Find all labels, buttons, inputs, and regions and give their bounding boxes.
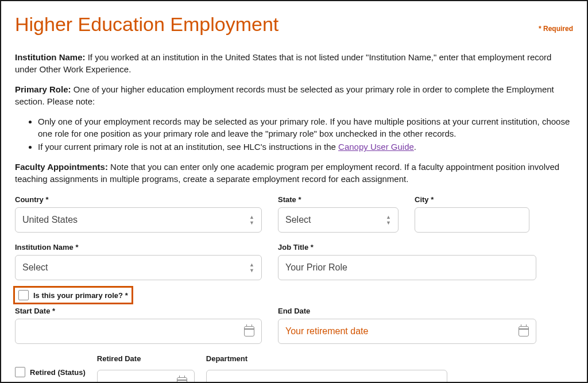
calendar-icon	[177, 377, 187, 383]
header: Higher Education Employment * Required	[15, 14, 573, 35]
primary-role-row: Is this your primary role? *	[15, 280, 573, 304]
intro-list-item-2-prefix: If your current primary role is not at a…	[38, 142, 338, 152]
intro-primary-role-text: One of your higher education employment …	[15, 84, 554, 106]
institution-value: Select	[22, 262, 48, 273]
department-input[interactable]	[206, 370, 447, 383]
enddate-input[interactable]: Your retirement date	[278, 319, 536, 344]
jobtitle-input[interactable]	[278, 255, 536, 280]
intro-list-item-2-suffix: .	[414, 142, 416, 152]
country-value: United States	[22, 215, 78, 225]
enddate-placeholder: Your retirement date	[285, 326, 368, 336]
enddate-field: End Date Your retirement date	[278, 307, 536, 344]
country-field: Country * United States ▲▼	[15, 195, 262, 233]
calendar-icon	[244, 326, 254, 336]
institution-select[interactable]: Select ▲▼	[15, 255, 262, 280]
retired-date-label: Retired Date	[97, 354, 195, 363]
primary-role-checkbox-label: Is this your primary role? *	[33, 291, 128, 300]
intro-primary-role: Primary Role: One of your higher educati…	[15, 83, 573, 107]
spinner-icon: ▲▼	[249, 262, 254, 273]
page-title: Higher Education Employment	[15, 14, 278, 35]
retired-checkbox[interactable]	[15, 367, 25, 377]
intro-list: Only one of your employment records may …	[38, 115, 573, 153]
startdate-field: Start Date *	[15, 307, 262, 344]
intro-primary-role-label: Primary Role:	[15, 84, 71, 94]
country-select[interactable]: United States ▲▼	[15, 207, 262, 233]
state-label: State *	[278, 195, 399, 204]
intro-institution-label: Institution Name:	[15, 52, 86, 62]
retired-date-field: Retired Date	[97, 354, 195, 383]
intro-institution-text: If you worked at an institution in the U…	[15, 52, 551, 74]
state-value: Select	[285, 215, 311, 225]
retired-date-input[interactable]	[97, 370, 195, 383]
intro-list-item-2: If your current primary role is not at a…	[38, 141, 573, 153]
institution-field: Institution Name * Select ▲▼	[15, 243, 262, 280]
form-row-retired: Retired (Status) Retired Date Department	[15, 354, 573, 383]
form-row-institution-job: Institution Name * Select ▲▼ Job Title *	[15, 243, 573, 280]
form-row-location: Country * United States ▲▼ State * Selec…	[15, 195, 573, 233]
city-input[interactable]	[415, 207, 529, 233]
jobtitle-label: Job Title *	[278, 243, 536, 252]
intro-faculty: Faculty Appointments: Note that you can …	[15, 161, 573, 185]
jobtitle-field: Job Title *	[278, 243, 536, 280]
department-label: Department	[206, 354, 447, 363]
retired-checkbox-label: Retired (Status)	[30, 368, 86, 377]
state-field: State * Select ▲▼	[278, 195, 399, 233]
department-field: Department	[206, 354, 447, 383]
spinner-icon: ▲▼	[386, 215, 391, 226]
city-label: City *	[415, 195, 529, 204]
spinner-icon: ▲▼	[249, 215, 254, 226]
enddate-label: End Date	[278, 307, 536, 315]
calendar-icon	[519, 326, 529, 336]
city-field: City *	[415, 195, 529, 233]
form-container: Higher Education Employment * Required I…	[0, 0, 588, 383]
intro-list-item-1: Only one of your employment records may …	[38, 115, 573, 140]
retired-checkbox-field: Retired (Status)	[15, 354, 86, 377]
country-label: Country *	[15, 195, 262, 204]
required-indicator: * Required	[539, 25, 573, 33]
intro-section: Institution Name: If you worked at an in…	[15, 51, 573, 185]
primary-role-checkbox[interactable]	[18, 290, 29, 300]
canopy-user-guide-link[interactable]: Canopy User Guide	[338, 142, 414, 152]
startdate-label: Start Date *	[15, 307, 262, 315]
primary-role-highlight: Is this your primary role? *	[13, 286, 133, 304]
state-select[interactable]: Select ▲▼	[278, 207, 399, 233]
intro-faculty-label: Faculty Appointments:	[15, 162, 108, 172]
startdate-input[interactable]	[15, 319, 262, 344]
form-row-dates: Start Date * End Date Your retirement da…	[15, 307, 573, 344]
institution-label: Institution Name *	[15, 243, 262, 252]
intro-institution: Institution Name: If you worked at an in…	[15, 51, 573, 75]
